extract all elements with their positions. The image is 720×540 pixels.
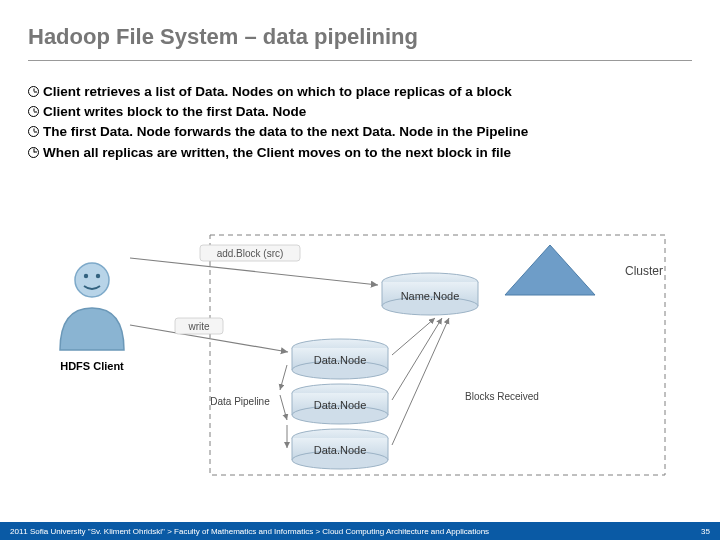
clock-icon: [28, 126, 39, 137]
bullet-text: Client writes block to the first Data. N…: [43, 103, 306, 121]
bullet-text: When all replicas are written, the Clien…: [43, 144, 511, 162]
cluster-box: [210, 235, 665, 475]
svg-point-1: [84, 274, 88, 278]
svg-point-0: [75, 263, 109, 297]
clock-icon: [28, 147, 39, 158]
architecture-diagram: HDFS Client Cluster Name.Node add.Block …: [40, 230, 680, 480]
svg-text:Data.Node: Data.Node: [314, 399, 367, 411]
svg-text:Name.Node: Name.Node: [401, 290, 460, 302]
cluster-label: Cluster: [625, 264, 663, 278]
bullet-list: Client retrieves a list of Data. Nodes o…: [0, 83, 720, 162]
blocks-received-label: Blocks Received: [465, 391, 539, 402]
data-node-3: Data.Node: [292, 429, 388, 469]
cluster-icon: [505, 245, 595, 295]
svg-line-33: [392, 318, 442, 400]
hdfs-client-label: HDFS Client: [60, 360, 124, 372]
data-node-1: Data.Node: [292, 339, 388, 379]
clock-icon: [28, 86, 39, 97]
bullet-text: The first Data. Node forwards the data t…: [43, 123, 528, 141]
clock-icon: [28, 106, 39, 117]
list-item: When all replicas are written, the Clien…: [28, 144, 692, 162]
list-item: The first Data. Node forwards the data t…: [28, 123, 692, 141]
footer-text: 2011 Sofia University "Sv. Kliment Ohrid…: [10, 527, 489, 536]
data-pipeline-label: Data Pipeline: [210, 396, 270, 407]
write-label: write: [187, 321, 210, 332]
svg-line-32: [392, 318, 435, 355]
hdfs-client-icon: [60, 263, 124, 350]
add-block-label: add.Block (src): [217, 248, 284, 259]
svg-line-30: [280, 395, 287, 420]
svg-line-34: [392, 318, 449, 445]
svg-line-29: [280, 365, 287, 390]
name-node-cylinder: Name.Node: [382, 273, 478, 315]
svg-point-2: [96, 274, 100, 278]
page-number: 35: [701, 527, 710, 536]
svg-text:Data.Node: Data.Node: [314, 354, 367, 366]
list-item: Client writes block to the first Data. N…: [28, 103, 692, 121]
svg-text:Data.Node: Data.Node: [314, 444, 367, 456]
title-divider: [28, 60, 692, 61]
list-item: Client retrieves a list of Data. Nodes o…: [28, 83, 692, 101]
footer-bar: 2011 Sofia University "Sv. Kliment Ohrid…: [0, 522, 720, 540]
slide-title: Hadoop File System – data pipelining: [0, 0, 720, 60]
bullet-text: Client retrieves a list of Data. Nodes o…: [43, 83, 512, 101]
data-node-2: Data.Node: [292, 384, 388, 424]
add-block-arrow: [130, 258, 378, 285]
